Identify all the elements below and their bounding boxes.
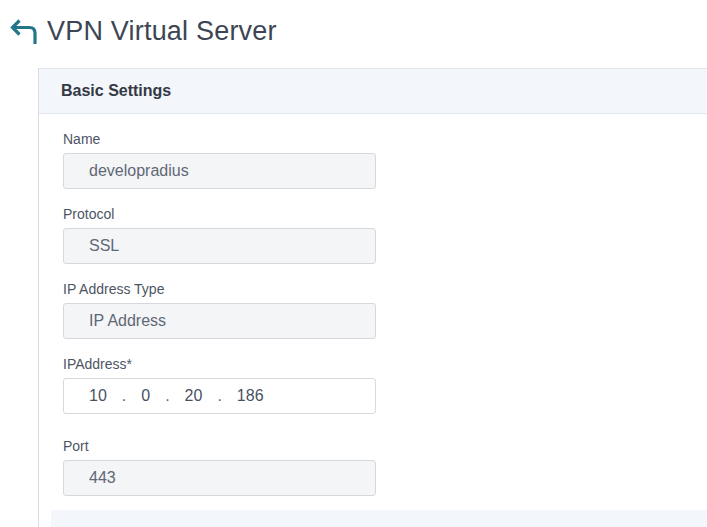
page-header: VPN Virtual Server [0,0,707,68]
back-arrow-icon [8,34,38,49]
field-ip-address: IPAddress* 10 . 0 . 20 . 186 [63,356,707,414]
section-title: Basic Settings [61,82,171,100]
back-button[interactable] [8,14,38,46]
ip-octet-2[interactable]: 0 [141,387,150,405]
basic-settings-section-header: Basic Settings [39,68,707,114]
ip-address-input[interactable]: 10 . 0 . 20 . 186 [63,378,376,414]
field-port: Port [63,438,707,496]
ip-octet-1[interactable]: 10 [89,387,107,405]
field-protocol: Protocol [63,206,707,264]
ip-dot-1: . [122,387,126,405]
ip-address-type-label: IP Address Type [63,281,707,297]
basic-settings-panel: Basic Settings Name Protocol IP Address … [38,68,707,527]
next-section-header-partial [51,510,707,527]
ip-octet-4[interactable]: 186 [237,387,264,405]
page-title: VPN Virtual Server [47,14,277,48]
protocol-label: Protocol [63,206,707,222]
port-input [63,460,376,496]
ip-dot-2: . [165,387,169,405]
field-ip-address-type: IP Address Type [63,281,707,339]
ip-dot-3: . [217,387,221,405]
basic-settings-form: Name Protocol IP Address Type IPAddress*… [39,114,707,496]
name-label: Name [63,131,707,147]
field-name: Name [63,131,707,189]
ip-address-type-input [63,303,376,339]
protocol-input [63,228,376,264]
name-input [63,153,376,189]
ip-address-label: IPAddress* [63,356,707,372]
ip-octet-3[interactable]: 20 [185,387,203,405]
port-label: Port [63,438,707,454]
